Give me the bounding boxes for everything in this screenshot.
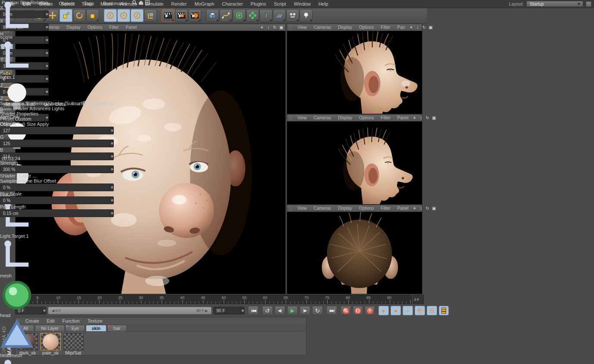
layout-select[interactable]: Startup <box>526 1 583 7</box>
blur-offset-field[interactable]: 0 % <box>0 184 114 191</box>
coordinate-system-button[interactable] <box>144 9 157 22</box>
viewport-orbit-icon[interactable] <box>425 206 430 211</box>
vp-menu-panel[interactable]: Pan <box>394 25 409 30</box>
drag-handle-icon[interactable] <box>289 115 293 120</box>
key-scale-toggle[interactable] <box>391 306 401 315</box>
viewport-orbit-icon[interactable] <box>421 25 427 30</box>
vp-menu-cameras[interactable]: Cameras <box>310 25 335 30</box>
key-pla-toggle[interactable] <box>427 306 437 315</box>
layer-tab-eye[interactable]: Eye <box>66 325 85 331</box>
vp-menu-panel[interactable]: Panel <box>122 25 141 30</box>
viewport-pan-icon[interactable] <box>412 206 417 211</box>
blur-scale-field[interactable]: 0 % <box>0 196 114 204</box>
lock-z-axis-button[interactable]: Z <box>131 9 144 22</box>
viewport-pan-icon[interactable] <box>259 25 265 30</box>
vp-menu-panel[interactable]: Panel <box>394 206 412 211</box>
shader-layer-button[interactable]: Layer <box>19 173 31 178</box>
vp-menu-display[interactable]: Display <box>335 115 356 120</box>
key-parameter-toggle[interactable]: P <box>415 306 425 315</box>
menu-help[interactable]: Help <box>315 1 332 6</box>
add-generator-button[interactable] <box>233 9 246 22</box>
viewport-maximize-icon[interactable] <box>431 115 437 120</box>
new-window-icon[interactable] <box>145 1 150 6</box>
key-rotation-toggle[interactable] <box>403 306 413 315</box>
vp-menu-options[interactable]: Options <box>356 206 377 211</box>
scale-tool-button[interactable] <box>59 9 72 22</box>
viewport-pan-icon[interactable] <box>408 25 414 30</box>
tree-row-lights1[interactable]: lights.1 <box>0 40 34 79</box>
tree-row-head[interactable]: head <box>0 278 34 318</box>
strength-field[interactable]: 300 % <box>0 165 114 173</box>
render-head-profile-1[interactable] <box>287 31 422 114</box>
viewport-orbit-icon[interactable] <box>272 25 278 30</box>
layout-grid-icon[interactable] <box>586 1 591 7</box>
om-menu-tags[interactable]: Tags <box>80 1 98 6</box>
stepper-icon[interactable] <box>42 307 46 314</box>
vp-menu-options[interactable]: Options <box>84 25 106 30</box>
range-end-field[interactable]: 90 F <box>213 307 244 314</box>
goto-end-button[interactable] <box>326 306 337 315</box>
viewport-maximize-icon[interactable] <box>278 25 284 30</box>
menu-window[interactable]: Window <box>290 1 315 6</box>
vp-menu-options[interactable]: Options <box>356 25 377 30</box>
rotate-tool-button[interactable] <box>73 9 86 22</box>
vp-menu-view[interactable]: View <box>294 206 310 211</box>
stepper-icon[interactable] <box>109 184 113 191</box>
lock-y-axis-button[interactable]: Y <box>117 9 130 22</box>
range-slider[interactable]: 0 F 90 F <box>48 307 212 314</box>
mat-menu-function[interactable]: Function <box>59 318 84 324</box>
play-button[interactable] <box>287 306 298 315</box>
stepper-icon[interactable] <box>44 11 48 18</box>
stepper-icon[interactable] <box>109 197 113 204</box>
vp-menu-options[interactable]: Options <box>356 115 377 120</box>
viewport-maximize-icon[interactable] <box>431 206 437 211</box>
om-menu-bookmarks[interactable]: Bookmarks <box>99 1 131 6</box>
add-deformer-button[interactable] <box>259 9 272 22</box>
goto-start-button[interactable] <box>248 306 259 315</box>
viewport-orbit-icon[interactable] <box>425 115 430 120</box>
menu-script[interactable]: Script <box>270 1 290 6</box>
vp-menu-filter[interactable]: Filter <box>377 115 394 120</box>
viewport-dolly-icon[interactable] <box>418 115 424 120</box>
vp-menu-filter[interactable]: Filter <box>377 206 394 211</box>
tab-shader[interactable]: Shader <box>13 106 28 111</box>
autokey-button[interactable]: ( ) <box>353 306 363 315</box>
tab-basic[interactable]: Basic <box>0 106 12 111</box>
render-settings-button[interactable] <box>188 9 201 22</box>
stepper-icon[interactable] <box>44 88 48 95</box>
viewport-pan-icon[interactable] <box>412 115 417 120</box>
material-pale-sk[interactable]: pale_sk <box>40 333 61 355</box>
mat-menu-edit[interactable]: Edit <box>43 318 59 324</box>
material-mip-sat[interactable]: Mip/Sat <box>63 333 84 355</box>
tree-row-headmesh[interactable]: headmesh <box>0 318 34 358</box>
loop-mode-button[interactable] <box>312 306 323 315</box>
viewport-right-top[interactable]: View Cameras Display Options Filter Pan <box>287 24 422 114</box>
layer-tab-skin[interactable]: skin <box>86 325 106 331</box>
stepper-icon[interactable] <box>44 75 48 82</box>
channel-r-field[interactable]: 127 <box>0 127 114 134</box>
layer-tab-hair[interactable]: hair <box>107 325 127 331</box>
add-modifier-button[interactable] <box>246 9 259 22</box>
stepper-icon[interactable] <box>44 24 48 31</box>
path-length-field[interactable]: 0.15 cm <box>0 209 114 217</box>
viewport-dolly-icon[interactable] <box>415 25 420 30</box>
vp-menu-view[interactable]: View <box>294 25 310 30</box>
play-backwards-button[interactable] <box>262 306 273 315</box>
vp-menu-view[interactable]: View <box>294 115 310 120</box>
vp-menu-filter[interactable]: Filter <box>377 25 394 30</box>
om-menu-view[interactable]: View <box>36 1 54 6</box>
render-head-back[interactable] <box>287 212 422 294</box>
menu-character[interactable]: Character <box>218 1 247 6</box>
add-light-button[interactable] <box>300 9 313 22</box>
render-head-profile-2[interactable] <box>287 121 422 204</box>
previous-frame-button[interactable] <box>275 306 285 315</box>
channel-g-field[interactable]: 125 <box>0 140 114 147</box>
vp-menu-display[interactable]: Display <box>335 206 356 211</box>
current-frame-field[interactable]: 0 F <box>413 295 424 304</box>
vp-menu-filter[interactable]: Filter <box>106 25 122 30</box>
vp-menu-panel[interactable]: Panel <box>394 115 412 120</box>
render-view-button[interactable] <box>162 9 175 22</box>
tree-row-scene[interactable]: scene <box>0 0 34 40</box>
timeline-ruler[interactable]: 0 5 10 15 20 25 30 35 40 45 50 55 60 65 … <box>15 295 412 304</box>
lock-x-axis-button[interactable]: X <box>104 9 117 22</box>
